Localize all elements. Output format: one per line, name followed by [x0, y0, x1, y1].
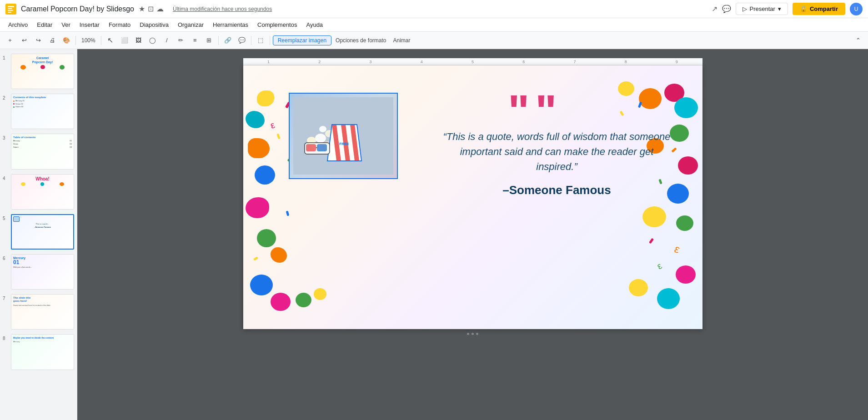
paint-format-button[interactable]: 🎨 [60, 34, 73, 47]
slide-thumb-6[interactable]: 6 Mercury 01 With just a few words... [2, 253, 75, 290]
lock-icon: 🔒 [800, 5, 807, 12]
slide-panel: 1 CaramelPopcorn Day! 2 [0, 49, 77, 420]
menu-diapositiva[interactable]: Diapositiva [136, 20, 172, 30]
slide-thumbnail-6[interactable]: Mercury 01 With just a few words... [11, 254, 74, 290]
menu-editar[interactable]: Editar [33, 20, 56, 30]
svg-rect-4 [8, 12, 11, 13]
background-button[interactable]: ⬚ [254, 34, 267, 47]
cursor-button[interactable]: ↖ [104, 34, 117, 47]
squiggle-green-right: ε [655, 260, 663, 271]
blob-pink-2 [271, 293, 291, 311]
slide-thumb-2[interactable]: 2 Contents of this template Mercury 01 V… [2, 93, 75, 130]
line-button[interactable]: / [161, 34, 173, 47]
replace-image-button[interactable]: Reemplazar imagen [273, 35, 331, 45]
separator4 [251, 36, 251, 45]
image-placeholder: FREE [290, 94, 397, 178]
zoom-button[interactable]: 100% [79, 34, 98, 47]
comment-icon[interactable]: 💬 [722, 5, 731, 13]
separator3 [218, 36, 219, 45]
quote-container: “This is a quote, words full of wisdom t… [439, 88, 675, 197]
format-options-button[interactable]: Opciones de formato [333, 34, 389, 47]
collapse-toolbar-button[interactable]: ⌃ [852, 34, 864, 47]
menu-archivo[interactable]: Archivo [5, 20, 31, 30]
svg-rect-3 [8, 10, 13, 11]
confetti-5 [253, 256, 258, 260]
trending-icon: ↗ [712, 5, 717, 13]
top-right-controls: ↗ 💬 ▷ Presentar ▾ 🔒 Compartir U [712, 3, 863, 15]
blob-crimson-right-2 [678, 156, 698, 175]
separator [75, 36, 76, 45]
share-button[interactable]: 🔒 Compartir [793, 3, 845, 15]
pen-button[interactable]: ✏ [175, 34, 187, 47]
present-button[interactable]: ▷ Presentar ▾ [736, 3, 788, 15]
versions-icon[interactable]: ⊡ [148, 5, 154, 13]
shapes-button[interactable]: ◯ [146, 34, 159, 47]
link-button[interactable]: 🔗 [221, 34, 234, 47]
print-button[interactable]: 🖨 [46, 34, 59, 47]
svg-rect-1 [8, 6, 14, 7]
dot3 [476, 333, 478, 335]
slide-thumb-4[interactable]: 4 Whoa! [2, 173, 75, 210]
menu-organizar[interactable]: Organizar [174, 20, 207, 30]
doc-title: Caramel Popcorn Day! by Slidesgo [21, 5, 134, 13]
squiggle-orange-right: ε [672, 242, 682, 256]
squiggle-red: ε [269, 120, 276, 131]
menu-formato[interactable]: Formato [105, 20, 134, 30]
svg-point-6 [315, 134, 326, 143]
confetti-4 [286, 211, 289, 216]
menu-ver[interactable]: Ver [58, 20, 74, 30]
align-button[interactable]: ≡ [189, 34, 201, 47]
ruler-horizontal: 123456789 [243, 58, 702, 65]
svg-point-11 [319, 126, 326, 132]
blob-pink-right-1 [676, 265, 696, 284]
add-button[interactable]: + [4, 34, 16, 47]
image-button[interactable]: 🖼 [132, 34, 145, 47]
menu-complementos[interactable]: Complementos [254, 20, 301, 30]
slide-thumb-8[interactable]: 8 Maybe you need to divide the content M… [2, 333, 75, 370]
dot1 [467, 333, 469, 335]
menu-insertar[interactable]: Insertar [76, 20, 103, 30]
slide-thumbnail-5[interactable]: " This is a quote... –Someone Famous [11, 214, 74, 250]
slide-thumbnail-1[interactable]: CaramelPopcorn Day! [11, 54, 74, 89]
toolbar: + ↩ ↪ 🖨 🎨 100% ↖ ⬜ 🖼 ◯ / ✏ ≡ ⊞ 🔗 💬 ⬚ Ree… [0, 32, 868, 49]
blob-orange-2 [271, 247, 287, 263]
svg-rect-21 [306, 144, 316, 151]
cloud-icon[interactable]: ☁ [156, 5, 164, 13]
blob-yellow-right-2 [642, 206, 666, 227]
play-icon: ▷ [743, 5, 747, 12]
separator2 [101, 36, 101, 45]
slide-thumbnail-8[interactable]: Maybe you need to divide the content Mer… [11, 334, 74, 370]
slide-thumbnail-3[interactable]: Table of contents Mercury01 Venus02 Satu… [11, 134, 74, 169]
menu-herramientas[interactable]: Herramientas [209, 20, 252, 30]
redo-button[interactable]: ↪ [32, 34, 45, 47]
blob-yellow-1 [257, 90, 274, 106]
scroll-indicator [467, 333, 478, 335]
slide-thumb-3[interactable]: 3 Table of contents Mercury01 Venus02 Sa… [2, 133, 75, 170]
avatar[interactable]: U [850, 3, 863, 15]
blob-blue-2 [255, 165, 275, 185]
slide-thumbnail-2[interactable]: Contents of this template Mercury 01 Ven… [11, 94, 74, 129]
menu-ayuda[interactable]: Ayuda [302, 20, 326, 30]
star-icon[interactable]: ★ [139, 5, 145, 13]
confetti-2 [276, 134, 281, 140]
slide-thumbnail-4[interactable]: Whoa! [11, 174, 74, 210]
menu-bar: Archivo Editar Ver Insertar Formato Diap… [0, 18, 868, 32]
separator5 [270, 36, 270, 45]
animate-button[interactable]: Animar [391, 34, 413, 47]
slide-thumbnail-7[interactable]: The slide titlegoes here! Some text cont… [11, 294, 74, 330]
svg-rect-2 [8, 8, 12, 9]
comment-btn[interactable]: 💬 [236, 34, 248, 47]
image-box[interactable]: FREE [289, 93, 398, 179]
blob-teal-right-1 [674, 97, 698, 118]
blob-green-2 [296, 293, 311, 307]
svg-rect-22 [317, 144, 327, 151]
main-layout: 1 CaramelPopcorn Day! 2 [0, 49, 868, 420]
table-button[interactable]: ⊞ [203, 34, 216, 47]
slide-thumb-5[interactable]: 5 " This is a quote... –Someone Famous [2, 213, 75, 250]
dot2 [472, 333, 474, 335]
slide-thumb-7[interactable]: 7 The slide titlegoes here! Some text co… [2, 293, 75, 330]
blob-blue-3 [250, 275, 273, 295]
textbox-button[interactable]: ⬜ [118, 34, 131, 47]
slide-thumb-1[interactable]: 1 CaramelPopcorn Day! [2, 53, 75, 90]
undo-button[interactable]: ↩ [18, 34, 30, 47]
